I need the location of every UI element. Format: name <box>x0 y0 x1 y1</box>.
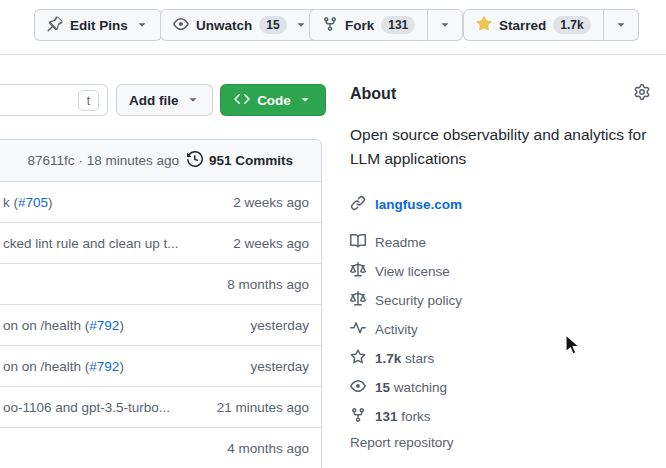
view-license-link[interactable]: View license <box>350 257 650 286</box>
pr-number-link[interactable]: #705 <box>18 195 48 210</box>
commit-date-link[interactable]: 2 weeks ago <box>233 195 309 210</box>
stars-link[interactable]: 1.7k stars <box>350 344 650 373</box>
fork-icon <box>322 16 338 35</box>
latest-commit-bar: 87611fc · 18 minutes ago 951 Commits <box>0 140 321 182</box>
file-row: oo-1106 and gpt-3.5-turbo... 21 minutes … <box>0 387 321 428</box>
add-file-button[interactable]: Add file <box>116 84 213 116</box>
forks-label: forks <box>401 409 430 424</box>
chevron-down-icon <box>135 17 149 34</box>
forks-link[interactable]: 131 forks <box>350 402 650 431</box>
commit-message-link[interactable]: on on /health (#792) <box>3 359 124 374</box>
watching-link[interactable]: 15 watching <box>350 373 650 402</box>
file-row: 4 months ago <box>0 428 321 468</box>
fork-button-group: Fork 131 <box>309 9 463 41</box>
stars-count-badge: 1.7k <box>553 16 590 34</box>
code-icon <box>234 91 250 110</box>
commit-time: 18 minutes ago <box>87 153 179 168</box>
commit-date-link[interactable]: 8 months ago <box>227 277 309 292</box>
repo-website-row: langfuse.com <box>350 195 650 214</box>
code-button[interactable]: Code <box>220 84 326 116</box>
repo-description: Open source observability and analytics … <box>350 123 650 171</box>
pin-icon <box>47 16 63 35</box>
report-repository-link[interactable]: Report repository <box>350 435 650 450</box>
fork-label: Fork <box>345 18 374 33</box>
about-sidebar: About Open source observability and anal… <box>350 84 650 450</box>
readme-label: Readme <box>375 235 426 250</box>
commit-date-link[interactable]: yesterday <box>250 359 309 374</box>
file-row: cked lint rule and clean up t... 2 weeks… <box>0 223 321 264</box>
security-policy-link[interactable]: Security policy <box>350 286 650 315</box>
view-license-label: View license <box>375 264 450 279</box>
activity-link[interactable]: Activity <box>350 315 650 344</box>
file-row: on on /health (#792) yesterday <box>0 346 321 387</box>
eye-icon <box>350 378 366 397</box>
activity-label: Activity <box>375 322 418 337</box>
star-filled-icon <box>476 16 492 35</box>
pulse-icon <box>350 320 366 339</box>
commit-date-link[interactable]: 21 minutes ago <box>217 400 309 415</box>
stars-label: stars <box>405 351 434 366</box>
commit-date-link[interactable]: yesterday <box>250 318 309 333</box>
commit-date-link[interactable]: 4 months ago <box>227 441 309 456</box>
commit-message-link[interactable]: oo-1106 and gpt-3.5-turbo... <box>3 400 170 415</box>
commits-count-label: 951 Commits <box>209 153 293 168</box>
commit-message-link[interactable]: k (#705) <box>3 195 53 210</box>
commit-message-link[interactable]: cked lint rule and clean up t... <box>3 236 179 251</box>
watchers-count-badge: 15 <box>259 16 286 34</box>
pr-number-link[interactable]: #792 <box>89 359 119 374</box>
keyboard-shortcut-hint: t <box>78 90 99 111</box>
law-icon <box>350 262 366 281</box>
commit-message-link[interactable]: on on /health (#792) <box>3 318 124 333</box>
commit-hash: 87611fc <box>28 153 75 168</box>
starred-button[interactable]: Starred 1.7k <box>463 9 603 41</box>
star-dropdown-button[interactable] <box>603 9 639 41</box>
go-to-file-input[interactable]: t <box>0 84 108 116</box>
link-icon <box>350 195 366 214</box>
unwatch-button[interactable]: Unwatch 15 <box>160 9 321 41</box>
forks-count-badge: 131 <box>381 16 415 34</box>
github-repo-page: Edit Pins Unwatch 15 Fork 131 <box>0 0 666 468</box>
chevron-down-icon <box>294 17 308 34</box>
file-row: on on /health (#792) yesterday <box>0 305 321 346</box>
stars-count: 1.7k <box>375 351 401 366</box>
gear-icon[interactable] <box>634 84 650 103</box>
security-policy-label: Security policy <box>375 293 462 308</box>
eye-icon <box>173 16 189 35</box>
watching-label: watching <box>394 380 447 395</box>
repo-website-link[interactable]: langfuse.com <box>375 197 462 212</box>
pr-number-link[interactable]: #792 <box>89 318 119 333</box>
edit-pins-button[interactable]: Edit Pins <box>34 9 162 41</box>
code-label: Code <box>257 93 291 108</box>
commit-history-link[interactable]: 951 Commits <box>187 151 293 170</box>
star-button-group: Starred 1.7k <box>463 9 639 41</box>
chevron-down-icon <box>186 92 200 109</box>
edit-pins-label: Edit Pins <box>70 18 128 33</box>
file-browser-table: 87611fc · 18 minutes ago 951 Commits k (… <box>0 139 322 468</box>
readme-link[interactable]: Readme <box>350 228 650 257</box>
chevron-down-icon <box>438 17 452 34</box>
history-icon <box>187 151 203 170</box>
watching-count: 15 <box>375 380 390 395</box>
forks-count: 131 <box>375 409 398 424</box>
file-row: 8 months ago <box>0 264 321 305</box>
chevron-down-icon <box>614 17 628 34</box>
fork-button[interactable]: Fork 131 <box>309 9 427 41</box>
about-title: About <box>350 85 396 103</box>
meta-separator: · <box>78 153 83 168</box>
unwatch-label: Unwatch <box>196 18 252 33</box>
latest-commit-meta[interactable]: 87611fc · 18 minutes ago <box>28 153 179 168</box>
about-links-list: Readme View license Security policy Acti… <box>350 228 650 431</box>
fork-dropdown-button[interactable] <box>427 9 463 41</box>
add-file-label: Add file <box>129 93 179 108</box>
starred-label: Starred <box>499 18 546 33</box>
file-row: k (#705) 2 weeks ago <box>0 182 321 223</box>
chevron-down-icon <box>298 92 312 109</box>
commit-date-link[interactable]: 2 weeks ago <box>233 236 309 251</box>
law-icon <box>350 291 366 310</box>
book-icon <box>350 233 366 252</box>
fork-icon <box>350 407 366 426</box>
repo-action-bar: Edit Pins Unwatch 15 Fork 131 <box>0 0 666 55</box>
star-icon <box>350 349 366 368</box>
